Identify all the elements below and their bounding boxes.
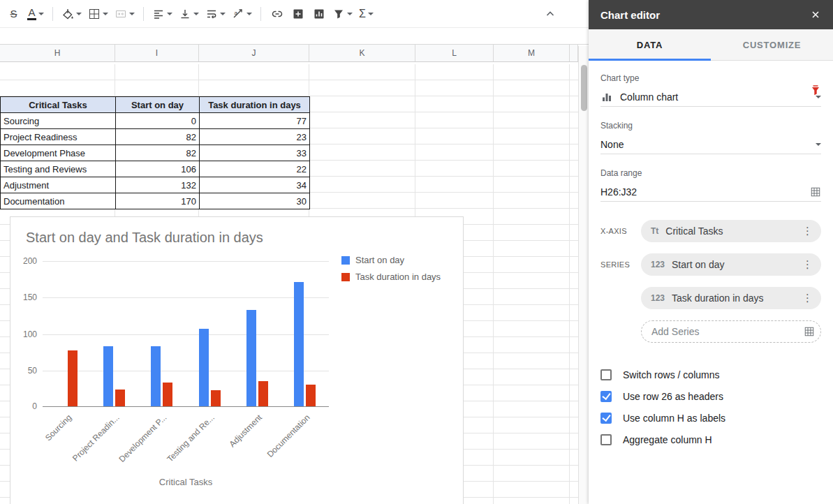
checkbox[interactable] xyxy=(600,391,612,402)
column-headers: HIJKLM xyxy=(0,45,578,62)
column-header-J[interactable]: J xyxy=(199,45,309,61)
data-range-field[interactable]: H26:J32 xyxy=(600,182,821,202)
sheet-grid[interactable]: Critical TasksStart on dayTask duration … xyxy=(0,64,578,504)
add-series-button[interactable]: Add Series xyxy=(641,320,821,343)
cell[interactable]: Documentation xyxy=(1,193,116,209)
table-row: Documentation17030 xyxy=(1,193,310,209)
cell[interactable]: 170 xyxy=(116,193,200,209)
stacking-label: Stacking xyxy=(600,121,821,131)
checkbox-row[interactable]: Use column H as labels xyxy=(600,407,821,429)
red-funnel-icon[interactable] xyxy=(809,84,822,97)
strikethrough-icon[interactable]: S xyxy=(4,5,23,23)
chart-gridline xyxy=(43,406,329,407)
chart-type-select[interactable]: Column chart xyxy=(600,87,821,107)
merge-cells-icon[interactable] xyxy=(112,5,137,23)
chart-plot-area: 200150100500 xyxy=(43,261,329,407)
checkbox-label: Use column H as labels xyxy=(623,413,725,424)
series-menu-icon[interactable]: ⋮ xyxy=(799,258,816,271)
dropdown-caret xyxy=(103,13,108,15)
bar xyxy=(103,346,113,406)
borders-icon[interactable] xyxy=(86,5,110,23)
chart-legend: Start on dayTask duration in days xyxy=(341,255,441,288)
x-tick-label: Project Readin... xyxy=(71,413,121,464)
column-chart-icon xyxy=(600,91,613,103)
y-tick-label: 50 xyxy=(15,366,37,376)
table-header-cell[interactable]: Task duration in days xyxy=(200,97,310,113)
insert-chart-icon[interactable] xyxy=(309,5,328,23)
cell[interactable]: 23 xyxy=(200,129,310,145)
horizontal-align-icon[interactable] xyxy=(150,5,175,23)
column-header[interactable] xyxy=(570,45,578,61)
cell[interactable]: Project Readiness xyxy=(1,129,116,145)
x-axis-item[interactable]: Tt Critical Tasks ⋮ xyxy=(641,220,821,242)
cell[interactable]: 132 xyxy=(116,177,200,193)
dropdown-caret xyxy=(368,13,374,15)
series-item[interactable]: 123Task duration in days⋮ xyxy=(641,287,821,309)
cell[interactable]: Development Phase xyxy=(1,145,116,161)
x-axis-menu-icon[interactable]: ⋮ xyxy=(799,225,816,237)
cell[interactable]: 33 xyxy=(200,145,310,161)
checkbox-row[interactable]: Use row 26 as headers xyxy=(600,385,821,407)
insert-comment-icon[interactable] xyxy=(288,5,307,23)
add-series-row: Add Series xyxy=(600,320,821,343)
filter-icon[interactable] xyxy=(330,5,355,23)
column-header-H[interactable]: H xyxy=(0,45,115,61)
checkbox[interactable] xyxy=(600,434,612,445)
dropdown-caret xyxy=(129,13,135,15)
cell[interactable]: 34 xyxy=(200,177,310,193)
dropdown-caret xyxy=(76,13,82,15)
checkbox[interactable] xyxy=(600,413,612,424)
close-icon[interactable] xyxy=(810,9,821,20)
stacking-select[interactable]: None xyxy=(600,135,821,154)
embedded-chart[interactable]: Start on day and Task duration in days S… xyxy=(10,216,464,504)
cell[interactable]: 22 xyxy=(200,161,310,177)
table-row: Adjustment13234 xyxy=(1,177,310,193)
column-header-I[interactable]: I xyxy=(115,45,199,61)
functions-icon[interactable]: Σ xyxy=(357,5,376,23)
insert-link-icon[interactable] xyxy=(267,5,286,23)
column-header-K[interactable]: K xyxy=(309,45,415,61)
cell[interactable]: Sourcing xyxy=(1,113,116,129)
bar xyxy=(211,390,221,406)
cell[interactable]: 30 xyxy=(200,193,310,209)
table-header-cell[interactable]: Critical Tasks xyxy=(1,97,116,113)
column-header-M[interactable]: M xyxy=(494,45,570,61)
cell[interactable]: 77 xyxy=(200,113,310,129)
grid-line xyxy=(493,64,494,504)
fill-color-icon[interactable] xyxy=(59,5,84,23)
table-row: Development Phase8233 xyxy=(1,145,310,161)
checkbox-row[interactable]: Switch rows / columns xyxy=(600,364,821,385)
collapse-toolbar-icon[interactable] xyxy=(540,5,559,23)
scrollbar-thumb[interactable] xyxy=(581,65,587,111)
dropdown-caret xyxy=(193,13,199,15)
checkbox-row[interactable]: Aggregate column H xyxy=(600,429,821,450)
series-item[interactable]: 123Start on day⋮ xyxy=(641,253,821,276)
dropdown-caret xyxy=(220,13,226,15)
series-menu-icon[interactable]: ⋮ xyxy=(799,292,816,304)
cell[interactable]: 82 xyxy=(116,145,200,161)
text-wrapping-icon[interactable] xyxy=(203,5,228,23)
column-header-L[interactable]: L xyxy=(415,45,494,61)
cell[interactable]: 82 xyxy=(116,129,200,145)
cell[interactable]: 106 xyxy=(116,161,200,177)
text-rotation-icon[interactable]: a xyxy=(230,5,254,23)
x-axis-value: Critical Tasks xyxy=(665,225,799,237)
vertical-align-icon[interactable] xyxy=(177,5,201,23)
cell[interactable]: Adjustment xyxy=(1,177,116,193)
dropdown-caret xyxy=(347,13,353,15)
select-data-range-icon[interactable] xyxy=(810,186,821,198)
cell[interactable]: Testing and Reviews xyxy=(1,161,116,177)
cell[interactable]: 0 xyxy=(116,113,200,129)
checkbox[interactable] xyxy=(600,369,612,380)
vertical-scrollbar[interactable] xyxy=(578,46,589,504)
text-type-icon: Tt xyxy=(651,226,658,236)
table-row: Project Readiness8223 xyxy=(1,129,310,145)
options-section: Switch rows / columnsUse row 26 as heade… xyxy=(589,364,833,450)
text-color-icon[interactable]: A xyxy=(25,5,46,23)
y-tick-label: 0 xyxy=(15,401,37,411)
tab-data[interactable]: DATA xyxy=(589,29,711,60)
table-header-cell[interactable]: Start on day xyxy=(116,97,200,113)
number-type-icon: 123 xyxy=(651,293,665,303)
series-value: Task duration in days xyxy=(672,292,799,304)
tab-customize[interactable]: CUSTOMIZE xyxy=(711,29,833,60)
